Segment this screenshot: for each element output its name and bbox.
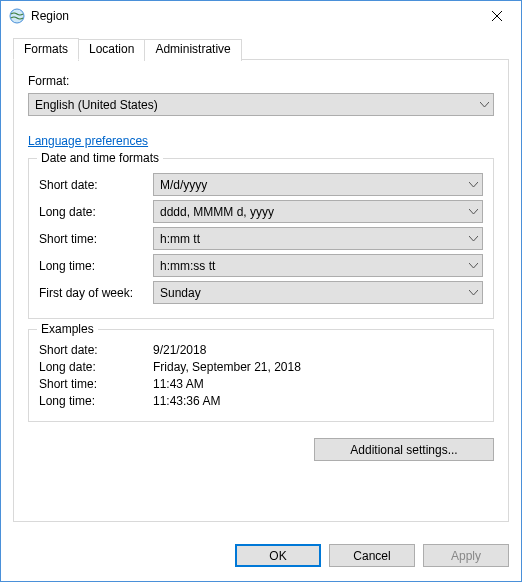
format-select[interactable]: English (United States) — [28, 93, 494, 116]
group-examples-legend: Examples — [37, 322, 98, 336]
tab-location[interactable]: Location — [78, 39, 145, 61]
additional-settings-button[interactable]: Additional settings... — [314, 438, 494, 461]
ex-short-date-value: 9/21/2018 — [153, 343, 483, 357]
tabpanel-formats: Format: English (United States) Language… — [13, 59, 509, 522]
ex-long-time-value: 11:43:36 AM — [153, 394, 483, 408]
titlebar: Region — [1, 1, 521, 31]
short-time-label: Short time: — [39, 232, 153, 246]
ok-button[interactable]: OK — [235, 544, 321, 567]
format-select-value: English (United States) — [35, 98, 158, 112]
short-time-value: h:mm tt — [160, 232, 200, 246]
format-label: Format: — [28, 74, 494, 88]
region-dialog: Region Formats Location Administrative F… — [0, 0, 522, 582]
language-preferences-link[interactable]: Language preferences — [28, 134, 494, 148]
chevron-down-icon — [469, 236, 478, 242]
long-date-value: dddd, MMMM d, yyyy — [160, 205, 274, 219]
tab-strip: Formats Location Administrative — [13, 37, 509, 59]
ex-short-date-label: Short date: — [39, 343, 153, 357]
ex-long-date-value: Friday, September 21, 2018 — [153, 360, 483, 374]
ex-short-time-label: Short time: — [39, 377, 153, 391]
group-examples: Examples Short date: 9/21/2018 Long date… — [28, 329, 494, 422]
chevron-down-icon — [469, 182, 478, 188]
close-button[interactable] — [474, 2, 519, 30]
group-date-time-formats: Date and time formats Short date: M/d/yy… — [28, 158, 494, 319]
window-title: Region — [31, 9, 474, 23]
long-time-select[interactable]: h:mm:ss tt — [153, 254, 483, 277]
svg-point-0 — [10, 9, 24, 23]
short-date-value: M/d/yyyy — [160, 178, 207, 192]
ex-long-time-label: Long time: — [39, 394, 153, 408]
long-date-label: Long date: — [39, 205, 153, 219]
long-date-select[interactable]: dddd, MMMM d, yyyy — [153, 200, 483, 223]
cancel-button[interactable]: Cancel — [329, 544, 415, 567]
chevron-down-icon — [469, 290, 478, 296]
short-date-label: Short date: — [39, 178, 153, 192]
first-day-value: Sunday — [160, 286, 201, 300]
first-day-label: First day of week: — [39, 286, 153, 300]
close-icon — [492, 11, 502, 21]
long-time-value: h:mm:ss tt — [160, 259, 215, 273]
tab-administrative[interactable]: Administrative — [144, 39, 241, 61]
dialog-footer: OK Cancel Apply — [1, 534, 521, 581]
apply-button[interactable]: Apply — [423, 544, 509, 567]
tab-formats[interactable]: Formats — [13, 38, 79, 60]
long-time-label: Long time: — [39, 259, 153, 273]
ex-short-time-value: 11:43 AM — [153, 377, 483, 391]
region-icon — [9, 8, 25, 24]
chevron-down-icon — [469, 209, 478, 215]
short-date-select[interactable]: M/d/yyyy — [153, 173, 483, 196]
chevron-down-icon — [469, 263, 478, 269]
group-date-time-legend: Date and time formats — [37, 151, 163, 165]
ex-long-date-label: Long date: — [39, 360, 153, 374]
first-day-select[interactable]: Sunday — [153, 281, 483, 304]
short-time-select[interactable]: h:mm tt — [153, 227, 483, 250]
dialog-body: Formats Location Administrative Format: … — [1, 31, 521, 534]
chevron-down-icon — [480, 102, 489, 108]
